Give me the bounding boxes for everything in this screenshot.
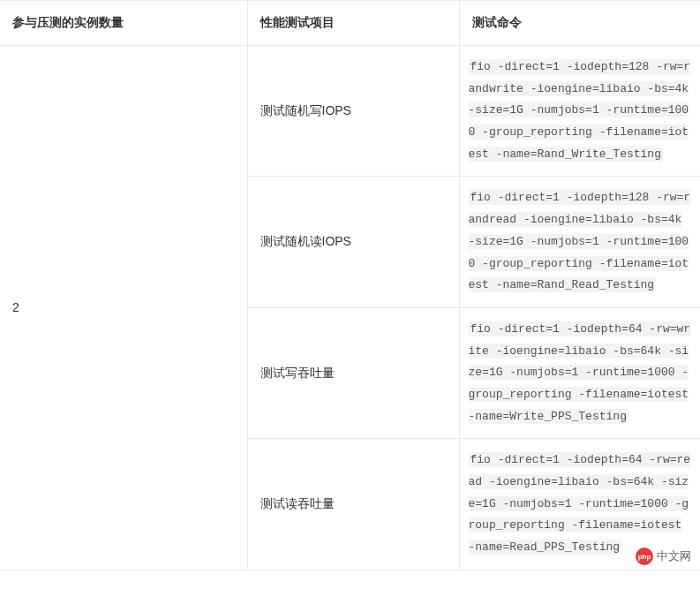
cell-test-project: 测试读吞吐量 [247,439,459,570]
cell-test-project: 测试随机写IOPS [247,46,459,177]
header-test-project: 性能测试项目 [247,1,459,46]
command-code: fio -direct=1 -iodepth=128 -rw=randread … [469,190,691,292]
table-header-row: 参与压测的实例数量 性能测试项目 测试命令 [0,1,700,46]
table-row: 2 测试随机写IOPS fio -direct=1 -iodepth=128 -… [0,46,700,177]
header-test-command: 测试命令 [459,1,700,46]
performance-test-table: 参与压测的实例数量 性能测试项目 测试命令 2 测试随机写IOPS fio -d… [0,0,700,570]
header-instance-count: 参与压测的实例数量 [0,1,247,46]
command-code: fio -direct=1 -iodepth=64 -rw=read -ioen… [469,452,691,555]
cell-test-command: fio -direct=1 -iodepth=128 -rw=randread … [459,177,700,307]
php-logo-icon [636,548,653,565]
cell-test-command: fio -direct=1 -iodepth=64 -rw=write -ioe… [459,307,700,438]
command-code: fio -direct=1 -iodepth=64 -rw=write -ioe… [469,321,691,424]
cell-test-project: 测试随机读IOPS [247,177,459,307]
watermark-text: 中文网 [657,548,691,564]
cell-test-command: fio -direct=1 -iodepth=128 -rw=randwrite… [459,46,700,177]
command-code: fio -direct=1 -iodepth=128 -rw=randwrite… [469,59,691,162]
cell-test-project: 测试写吞吐量 [247,307,459,438]
watermark: 中文网 [636,548,691,565]
cell-instance-count: 2 [0,46,247,570]
